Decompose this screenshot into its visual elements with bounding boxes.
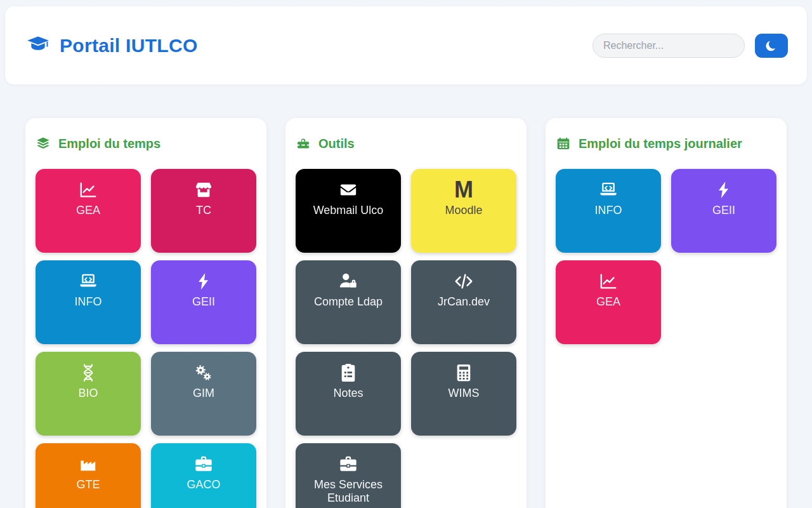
tile-moodle[interactable]: MMoodle [411, 169, 516, 253]
gears-icon [193, 363, 214, 382]
cards-row: Emploi du temps GEATCINFOGEIIBIOGIMGTEGA… [5, 118, 807, 508]
tile-compte-ldap[interactable]: Compte Ldap [296, 260, 401, 344]
tile-label: BIO [78, 387, 98, 400]
briefcase-icon [193, 455, 214, 474]
tile-label: GEA [596, 295, 620, 309]
tile-grid: INFOGEIIGEA [556, 169, 776, 344]
card-title: Emploi du temps journalier [579, 135, 742, 152]
header: Portail IUTLCO [5, 6, 807, 84]
briefcase-icon [338, 455, 358, 474]
page-title: Portail IUTLCO [60, 35, 198, 57]
tile-grid: Webmail UlcoMMoodleCompte LdapJrCan.devN… [296, 169, 516, 508]
page: Portail IUTLCO Emploi du temps GEATCINFO… [0, 0, 812, 508]
user-lock-icon [338, 272, 358, 291]
calculator-icon [454, 363, 474, 382]
tile-label: Mes Services Etudiant [301, 478, 396, 505]
tile-mes-services-etudiant[interactable]: Mes Services Etudiant [296, 443, 401, 508]
brand: Portail IUTLCO [25, 34, 198, 57]
bolt-icon [193, 272, 214, 291]
search-input[interactable] [593, 34, 745, 58]
header-actions [593, 34, 788, 58]
envelope-icon [338, 180, 358, 199]
tile-label: GACO [187, 478, 220, 491]
theme-toggle-button[interactable] [755, 34, 788, 58]
tile-gea[interactable]: GEA [36, 169, 141, 253]
tile-geii[interactable]: GEII [671, 169, 776, 253]
tile-gea[interactable]: GEA [556, 260, 661, 344]
tile-gte[interactable]: GTE [36, 443, 141, 508]
moon-icon [764, 39, 778, 53]
tile-tc[interactable]: TC [151, 169, 256, 253]
tile-info[interactable]: INFO [556, 169, 661, 253]
tile-label: TC [196, 204, 211, 217]
chart-line-icon [598, 272, 619, 291]
tile-jrcan-dev[interactable]: JrCan.dev [411, 260, 516, 344]
tile-label: Notes [333, 387, 363, 400]
store-icon [193, 180, 214, 199]
tile-label: WIMS [449, 387, 480, 400]
tile-gaco[interactable]: GACO [151, 443, 256, 508]
code-icon [454, 272, 474, 291]
clipboard-list-icon [338, 363, 358, 382]
graduation-cap-icon [25, 34, 51, 57]
tile-grid: GEATCINFOGEIIBIOGIMGTEGACO [36, 169, 256, 508]
tile-wims[interactable]: WIMS [411, 352, 516, 436]
tile-info[interactable]: INFO [36, 260, 141, 344]
calendar-days-icon [556, 137, 571, 150]
tile-label: Webmail Ulco [313, 204, 384, 217]
card-header: Emploi du temps [36, 135, 256, 152]
tile-label: GEII [712, 204, 735, 217]
tile-gim[interactable]: GIM [151, 352, 256, 436]
tile-label: GIM [193, 387, 214, 400]
layer-group-icon [36, 137, 51, 150]
tile-label: JrCan.dev [438, 295, 490, 309]
tile-label: GEII [192, 295, 215, 309]
card-title: Outils [318, 135, 355, 152]
laptop-code-icon [78, 272, 98, 291]
chart-line-icon [78, 180, 98, 199]
tile-notes[interactable]: Notes [296, 352, 401, 436]
tile-label: INFO [595, 204, 622, 217]
tile-label: INFO [75, 295, 102, 309]
tile-label: GEA [76, 204, 100, 217]
tile-label: GTE [76, 478, 100, 491]
laptop-code-icon [598, 180, 619, 199]
card-outils: Outils Webmail UlcoMMoodleCompte LdapJrC… [285, 118, 527, 508]
toolbox-icon [296, 137, 311, 150]
industry-icon [78, 455, 98, 474]
tile-webmail-ulco[interactable]: Webmail Ulco [296, 169, 401, 253]
card-title: Emploi du temps [58, 135, 160, 152]
tile-label: Moodle [445, 204, 482, 217]
moodle-m-icon: M [454, 180, 473, 199]
card-header: Outils [296, 135, 516, 152]
card-header: Emploi du temps journalier [556, 135, 776, 152]
tile-bio[interactable]: BIO [36, 352, 141, 436]
tile-label: Compte Ldap [314, 295, 383, 309]
dna-icon [78, 363, 98, 382]
card-emploi-du-temps-journalier: Emploi du temps journalier INFOGEIIGEA [546, 118, 787, 508]
bolt-icon [714, 180, 734, 199]
card-emploi-du-temps: Emploi du temps GEATCINFOGEIIBIOGIMGTEGA… [25, 118, 266, 508]
tile-geii[interactable]: GEII [151, 260, 256, 344]
